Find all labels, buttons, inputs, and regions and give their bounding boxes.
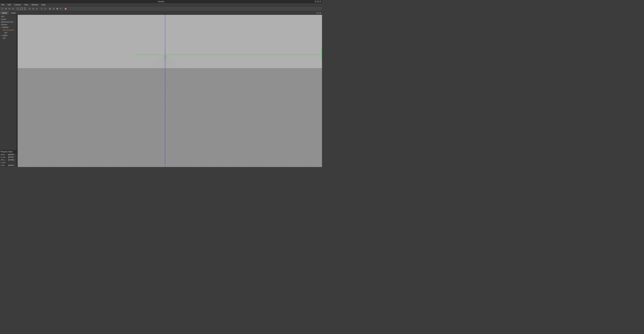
property-col-label: Property xyxy=(0,150,8,153)
lights-arrow-icon: ▼ xyxy=(1,35,2,36)
box-button[interactable] xyxy=(20,7,23,10)
minimize-button[interactable]: _ xyxy=(314,0,316,2)
prop-key-link: ▶ link xyxy=(0,164,8,166)
menu-help[interactable]: Help xyxy=(41,3,46,6)
tree-world[interactable]: GUI xyxy=(0,15,17,18)
prop-val-link: ground... xyxy=(8,164,17,166)
directional-light-button[interactable]: ☀ xyxy=(35,7,38,10)
tree-lights-section[interactable]: ▼ Lights xyxy=(0,34,17,37)
pose-expand-icon: ▶ xyxy=(1,162,2,163)
tree-ground-plane[interactable]: ground_plane xyxy=(0,28,17,31)
world-tree: GUI Scene Spherical Coor... Physics ▼ Mo… xyxy=(0,15,17,150)
step-button[interactable]: ⏎ xyxy=(59,7,62,10)
panel-maximize-button[interactable]: □ xyxy=(319,12,321,14)
tree-sun[interactable]: sun xyxy=(0,37,17,39)
prop-key-pose: ▶ pose xyxy=(0,161,8,164)
sphere-button[interactable] xyxy=(16,7,20,10)
app-title: Gazebo xyxy=(158,0,164,2)
tree-link[interactable]: link xyxy=(0,31,17,34)
prop-key-is-static: is_sta... xyxy=(0,156,8,158)
menu-window[interactable]: Window xyxy=(31,3,39,6)
scene-canvas xyxy=(18,15,322,167)
toolbar: ↖ ✜ ↻ ⇲ ✦ ◎ ☀ ⤺ ⤻ ▶ ⏸ ⏹ ⏎ ⬤ xyxy=(0,6,322,11)
tree-gui[interactable]: Scene xyxy=(0,18,17,20)
record-button[interactable]: ⬤ xyxy=(64,7,67,10)
menu-view[interactable]: View xyxy=(24,3,29,6)
stop-button[interactable]: ⏹ xyxy=(56,7,59,10)
value-col-label: Value xyxy=(8,150,17,153)
cylinder-button[interactable] xyxy=(23,7,26,10)
menu-edit[interactable]: Edit xyxy=(7,3,12,6)
prop-val-name: ground... xyxy=(8,153,17,156)
panel-minimize-button[interactable]: ─ xyxy=(316,12,319,14)
pause-button[interactable]: ⏸ xyxy=(52,7,55,10)
scale-tool-button[interactable]: ⇲ xyxy=(11,7,15,10)
close-button[interactable]: × xyxy=(319,0,321,2)
redo-button[interactable]: ⤻ xyxy=(44,7,47,10)
prop-row-is-static: is_sta... True xyxy=(0,156,17,158)
toolbar-lights-group: ✦ ◎ ☀ xyxy=(28,7,39,10)
link-expand-icon: ▶ xyxy=(1,164,2,166)
play-button[interactable]: ▶ xyxy=(48,7,52,10)
prop-key-self-collide: self_c... xyxy=(0,158,8,161)
pose-expandable: ▶ pose xyxy=(1,162,7,164)
menu-file[interactable]: File xyxy=(1,3,5,6)
tree-models-section[interactable]: ▼ Models xyxy=(0,26,17,28)
bool-false-indicator xyxy=(8,159,10,160)
prop-val-is-static: True xyxy=(8,156,17,158)
viewport[interactable] xyxy=(18,15,322,167)
panel-tabs: World Insert ─ □ xyxy=(0,11,322,15)
toolbar-select-group: ↖ ✜ ↻ ⇲ xyxy=(1,7,16,10)
link-expandable: ▶ link xyxy=(1,164,7,166)
maximize-button[interactable]: □ xyxy=(317,0,319,2)
menu-camera[interactable]: Camera xyxy=(14,3,22,6)
tab-world[interactable]: World xyxy=(0,11,9,15)
translate-tool-button[interactable]: ✜ xyxy=(4,7,8,10)
property-panel: Property Value name ground... is_sta... … xyxy=(0,150,17,167)
undo-button[interactable]: ⤺ xyxy=(40,7,44,10)
tree-scene[interactable]: Spherical Coor... xyxy=(0,20,17,23)
prop-key-name: name xyxy=(0,153,8,156)
prop-row-name: name ground... xyxy=(0,153,17,156)
spot-light-button[interactable]: ◎ xyxy=(32,7,35,10)
left-panel: GUI Scene Spherical Coor... Physics ▼ Mo… xyxy=(0,15,17,167)
prop-row-self-collide: self_c... False xyxy=(0,158,17,161)
models-arrow-icon: ▼ xyxy=(1,26,2,28)
menu-bar: File Edit Camera View Window Help xyxy=(0,3,322,6)
window-controls[interactable]: _ □ × xyxy=(314,0,321,2)
main-layout: GUI Scene Spherical Coor... Physics ▼ Mo… xyxy=(0,15,322,167)
toolbar-undo-group: ⤺ ⤻ xyxy=(40,7,48,10)
tree-spherical-coord[interactable]: Physics xyxy=(0,23,17,26)
select-tool-button[interactable]: ↖ xyxy=(1,7,4,10)
prop-val-pose xyxy=(8,161,17,164)
title-bar: Gazebo _ □ × xyxy=(0,0,322,3)
toolbar-shapes-group xyxy=(16,7,28,10)
toolbar-record-group: ⬤ xyxy=(64,7,68,10)
bool-true-indicator xyxy=(8,156,10,158)
prop-val-self-collide: False xyxy=(8,158,17,161)
rotate-tool-button[interactable]: ↻ xyxy=(8,7,11,10)
point-light-button[interactable]: ✦ xyxy=(28,7,32,10)
scene-ground xyxy=(18,68,322,167)
prop-row-pose[interactable]: ▶ pose xyxy=(0,161,17,164)
tab-insert[interactable]: Insert xyxy=(9,11,18,15)
toolbar-playback-group: ▶ ⏸ ⏹ ⏎ xyxy=(48,7,63,10)
prop-row-link[interactable]: ▶ link ground... xyxy=(0,164,17,167)
property-header: Property Value xyxy=(0,150,17,153)
